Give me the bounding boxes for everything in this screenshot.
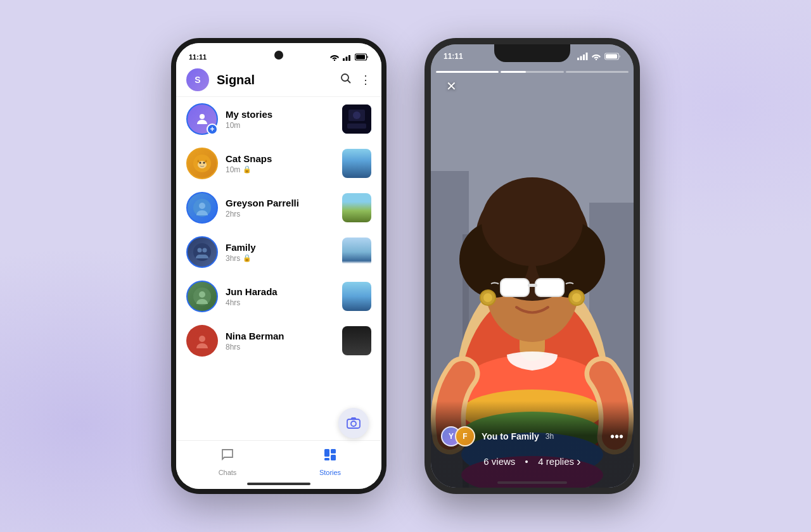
story-viewer: 11:11	[431, 44, 634, 488]
catsnaps-lock-icon: 🔒	[243, 165, 252, 174]
family-lock-icon: 🔒	[243, 254, 252, 262]
svg-point-26	[351, 421, 356, 426]
svg-rect-56	[580, 56, 582, 61]
family-name: Family	[226, 242, 342, 253]
signal-app-title: Signal	[217, 73, 340, 87]
jun-name: Jun Harada	[226, 286, 342, 297]
chats-label: Chats	[219, 469, 237, 476]
svg-rect-48	[501, 279, 529, 296]
status-time: 11:11	[189, 53, 207, 61]
status-icons	[329, 53, 369, 61]
svg-rect-1	[343, 58, 345, 61]
greyson-info: Greyson Parrelli 2hrs	[226, 198, 342, 218]
iphone: 11:11	[425, 38, 640, 494]
jun-avatar	[186, 281, 218, 312]
progress-segment-3	[566, 71, 629, 73]
nav-chats[interactable]: Chats	[176, 447, 279, 476]
family-thumbnail	[342, 238, 371, 267]
story-replies-button[interactable]: 4 replies ›	[538, 454, 580, 469]
family-avatar-wrap	[186, 236, 218, 268]
iphone-notch	[494, 44, 570, 62]
svg-rect-61	[606, 54, 617, 59]
signal-header: S Signal ⋮	[176, 63, 381, 97]
svg-rect-5	[356, 55, 365, 60]
story-item-greyson[interactable]: Greyson Parrelli 2hrs	[176, 186, 381, 230]
catsnaps-thumbnail	[342, 149, 371, 178]
catsnaps-avatar	[186, 148, 218, 179]
greyson-avatar-wrap	[186, 192, 218, 224]
svg-point-17	[199, 203, 205, 209]
svg-rect-58	[586, 53, 588, 60]
sender-avatars: Y F	[441, 426, 475, 446]
story-more-options[interactable]: •••	[610, 429, 623, 444]
svg-point-15	[203, 162, 205, 164]
svg-point-7	[200, 114, 205, 119]
camera-fab-button[interactable]	[338, 408, 369, 438]
family-time: 3hrs	[226, 254, 240, 263]
nina-avatar-wrap	[186, 325, 218, 357]
jun-thumbnail	[342, 282, 371, 311]
svg-rect-11	[347, 124, 366, 129]
svg-rect-27	[324, 449, 329, 457]
story-views-count: 6 views	[483, 456, 515, 467]
catsnaps-avatar-wrap	[186, 148, 218, 179]
story-item-catsnaps[interactable]: Cat Snaps 10m 🔒	[176, 141, 381, 186]
svg-point-0	[334, 60, 335, 61]
battery-icon	[355, 53, 369, 61]
story-progress-bars	[436, 71, 629, 73]
svg-point-20	[203, 248, 207, 253]
story-time-ago: 3h	[546, 432, 554, 441]
greyson-meta: 2hrs	[226, 210, 342, 218]
story-item-family[interactable]: Family 3hrs 🔒	[176, 230, 381, 274]
family-avatar	[186, 236, 218, 268]
progress-fill-2	[501, 71, 526, 73]
iphone-time: 11:11	[444, 52, 463, 61]
progress-segment-2	[501, 71, 563, 73]
mystories-meta: 10m	[226, 121, 342, 130]
nina-info: Nina Berman 8hrs	[226, 331, 342, 352]
story-item-jun[interactable]: Jun Harada 4hrs	[176, 274, 381, 319]
stories-icon	[322, 447, 338, 466]
mystories-name: My stories	[226, 109, 342, 120]
android-home-indicator	[247, 483, 310, 485]
story-item-mystories[interactable]: + My stories 10m	[176, 97, 381, 141]
nina-meta: 8hrs	[226, 343, 342, 352]
nina-thumbnail	[342, 326, 371, 355]
nav-stories[interactable]: Stories	[279, 447, 381, 476]
jun-thumb-image	[342, 282, 371, 311]
jun-info: Jun Harada 4hrs	[226, 286, 342, 307]
svg-point-24	[199, 336, 205, 342]
sender-text: You to Family	[482, 431, 539, 441]
svg-point-52	[483, 293, 492, 302]
svg-point-59	[596, 59, 597, 60]
progress-fill-1	[436, 71, 499, 73]
svg-rect-29	[331, 455, 336, 460]
svg-point-10	[353, 111, 361, 119]
svg-rect-55	[577, 58, 579, 60]
more-options-icon[interactable]: ⋮	[360, 73, 371, 87]
iphone-battery-icon	[604, 53, 621, 60]
svg-point-54	[572, 293, 581, 302]
story-item-nina[interactable]: Nina Berman 8hrs	[176, 319, 381, 363]
family-thumb-image	[342, 238, 371, 267]
mystories-time: 10m	[226, 121, 240, 130]
greyson-thumb-image	[342, 193, 371, 222]
signal-app: 11:11	[176, 43, 381, 489]
sender-name: You to Family	[482, 431, 539, 441]
svg-rect-30	[324, 458, 329, 460]
bottom-navigation: Chats Stories	[176, 440, 381, 489]
svg-rect-2	[346, 57, 348, 61]
catsnaps-info: Cat Snaps 10m 🔒	[226, 153, 342, 174]
svg-rect-50	[528, 284, 537, 287]
mystories-avatar-wrap: +	[186, 103, 218, 135]
story-close-button[interactable]: ✕	[441, 76, 461, 96]
greyson-thumbnail	[342, 193, 371, 222]
family-info: Family 3hrs 🔒	[226, 242, 342, 263]
story-replies-count: 4 replies	[538, 456, 574, 467]
search-icon[interactable]	[340, 72, 352, 88]
phones-container: 11:11	[171, 38, 640, 494]
jun-meta: 4hrs	[226, 298, 342, 307]
mystories-thumb-image	[342, 104, 371, 134]
svg-rect-25	[347, 419, 360, 428]
android-notch	[274, 51, 283, 60]
